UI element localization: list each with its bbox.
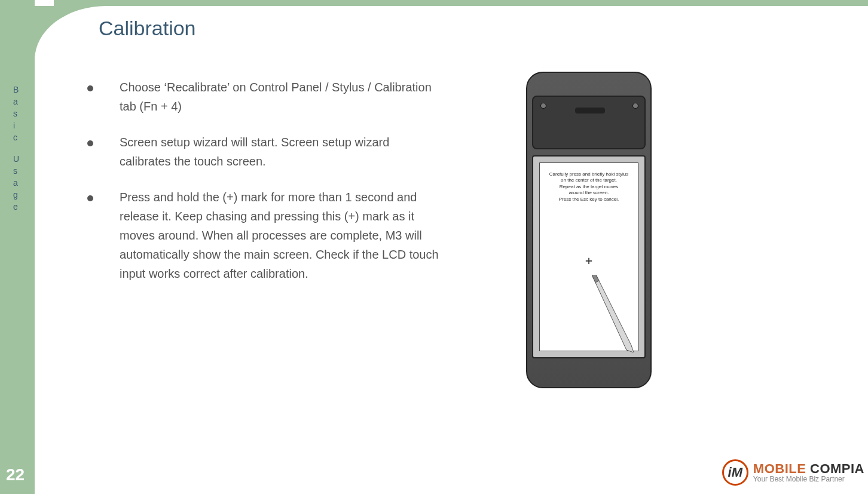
- side-section-label: B a s i c U s a g e: [0, 84, 35, 213]
- bullet-dot-icon: [84, 188, 120, 283]
- screen-line: Repeat as the target moves: [543, 184, 634, 190]
- logo-word-2: COMPIA: [810, 461, 864, 476]
- side-letter: g: [0, 189, 35, 201]
- device-screen-instructions: Carefully press and briefly hold stylus …: [540, 163, 638, 202]
- screen-line: Carefully press and briefly hold stylus: [543, 171, 634, 177]
- side-letter: e: [0, 201, 35, 213]
- body-text-section: Choose ‘Recalibrate’ on Control Panel / …: [84, 78, 442, 300]
- page-title: Calibration: [99, 17, 196, 40]
- logo-badge-icon: iM: [722, 459, 748, 486]
- logo-badge-letter: iM: [728, 465, 742, 480]
- bullet-dot-icon: [84, 133, 120, 171]
- logo-title: MOBILE COMPIA: [753, 462, 864, 475]
- side-letter: B: [0, 84, 35, 96]
- top-green-strip: [54, 0, 868, 6]
- screw-icon: [632, 103, 638, 109]
- bullet-item: Screen setup wizard will start. Screen s…: [84, 133, 442, 171]
- bullet-text: Screen setup wizard will start. Screen s…: [120, 133, 442, 171]
- logo-tagline: Your Best Mobile Biz Partner: [753, 475, 864, 483]
- stylus-icon: [592, 275, 634, 352]
- screen-line: Press the Esc key to cancel.: [543, 197, 634, 202]
- screen-line: on the center of the target.: [543, 177, 634, 183]
- side-bar-background: [0, 0, 35, 494]
- bullet-item: Choose ‘Recalibrate’ on Control Panel / …: [84, 78, 442, 116]
- screw-icon: [540, 103, 546, 109]
- side-letter: a: [0, 96, 35, 108]
- side-letter: a: [0, 177, 35, 189]
- page-number: 22: [6, 465, 25, 484]
- calibration-target-icon: +: [585, 253, 592, 268]
- side-letter: s: [0, 108, 35, 119]
- bullet-text: Press and hold the (+) mark for more tha…: [120, 188, 442, 283]
- brand-logo: iM MOBILE COMPIA Your Best Mobile Biz Pa…: [722, 459, 864, 486]
- side-letter: s: [0, 165, 35, 177]
- bullet-dot-icon: [84, 78, 120, 116]
- side-letter: U: [0, 153, 35, 165]
- bullet-text: Choose ‘Recalibrate’ on Control Panel / …: [120, 78, 442, 116]
- screen-line: around the screen.: [543, 190, 634, 196]
- logo-text-block: MOBILE COMPIA Your Best Mobile Biz Partn…: [753, 462, 864, 483]
- bullet-item: Press and hold the (+) mark for more tha…: [84, 188, 442, 283]
- side-letter: c: [0, 131, 35, 143]
- earpiece-icon: [575, 108, 605, 113]
- svg-marker-1: [592, 275, 599, 283]
- device-illustration: Carefully press and briefly hold stylus …: [514, 72, 664, 388]
- logo-word-1: MOBILE: [753, 461, 810, 476]
- side-letter: i: [0, 119, 35, 131]
- device-top-bezel: [532, 96, 646, 149]
- svg-marker-0: [592, 275, 634, 352]
